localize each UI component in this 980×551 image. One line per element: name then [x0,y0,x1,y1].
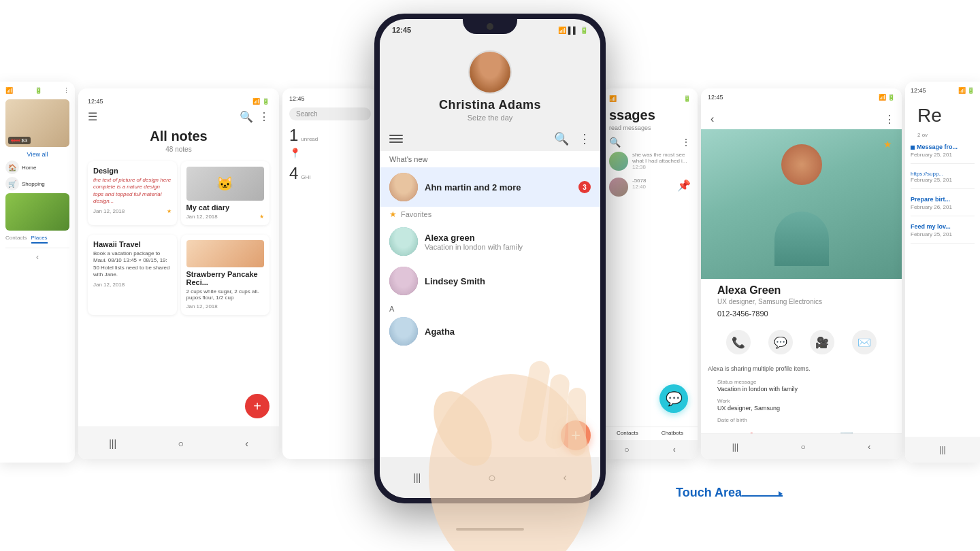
notes-search-icon[interactable]: 🔍 [240,110,253,123]
right-signal: 📶 [879,94,886,101]
cr-chat-fab[interactable]: 💬 [659,384,688,413]
fr-item-date-2: February 26, 201 [911,204,975,210]
panel-notes: 12:45 📶 🔋 ☰ 🔍 ⋮ All notes 48 notes Desig… [78,88,279,459]
cr-nav-back[interactable]: ‹ [673,445,676,454]
fr-item-3[interactable]: Feed my lov... February 25, 201 [911,223,975,244]
fr-item-title-0: Message fro... [917,144,958,150]
fr-item-0[interactable]: Message fro... February 25, 201 [911,144,975,164]
contact-back-btn[interactable]: ‹ [708,112,717,127]
main-phone: 12:45 📶 ▌▌ 🔋 Christina Adams Seize the d… [374,14,606,537]
touch-area-label: Touch Area [676,486,742,499]
right-nav-menu[interactable]: ||| [732,442,738,452]
nav-menu-btn[interactable]: ||| [413,472,421,483]
note-card-hawaii[interactable]: Hawaii Travel Book a vacation package to… [88,235,177,315]
cl-sub2: GHI [301,174,310,180]
cl-status-bar: 12:45 [289,95,371,102]
notes-nav-back[interactable]: ‹ [245,438,248,449]
places-tabs: Contacts Places [5,235,69,244]
note-star-design: ★ [167,208,172,214]
more-options-icon[interactable]: ⋮ [578,131,591,146]
cr-more-icon[interactable]: ⋮ [681,137,691,148]
cr-msg-2[interactable]: -5678 12:40 📌 [609,178,691,197]
home-label: Home [22,165,36,171]
contacts-tab[interactable]: Contacts [5,235,27,244]
fr-item-date-3: February 25, 201 [911,231,975,237]
cr-contacts-tab[interactable]: Contacts [617,430,638,436]
right-nav-back[interactable]: ‹ [868,442,870,452]
fr-title: Re [911,99,975,132]
note-card-design[interactable]: Design the text of picture of design her… [88,161,177,225]
fr-item-2[interactable]: Prepare birt... February 26, 201 [911,196,975,216]
cr-search-icon[interactable]: 🔍 [609,137,621,148]
right-status-bar: 12:45 📶 🔋 [708,94,895,101]
cr-nav-home[interactable]: ○ [624,445,629,454]
contact-work-row: Work UX designer, Samsung [708,395,895,414]
notes-menu-icon[interactable]: ☰ [88,110,97,123]
notes-nav-menu[interactable]: ||| [109,438,116,449]
contact-detail-name: Alexa Green [708,279,895,298]
contact-email-btn[interactable]: ✉️ [852,330,877,354]
note-date-hawaii: Jan 12, 2018 [93,282,172,288]
nav-home-btn[interactable]: ○ [488,470,496,486]
panel-messages-partial: 📶 🔋 ssages read messages 🔍 ⋮ she was the… [602,88,698,459]
lindsey-name: Lindsey Smith [425,276,591,286]
note-preview-design: the text of picture of design here compl… [93,177,172,205]
far-left-status: 📶 🔋 ⋮ [5,87,69,94]
notes-more-icon[interactable]: ⋮ [259,110,270,123]
contact-call-btn[interactable]: 📞 [726,330,751,354]
contact-more-btn[interactable]: ⋮ [884,113,895,126]
sale-price: $3 [22,137,28,144]
home-icon: 🏠 [5,161,19,174]
contact-alexa[interactable]: Alexa green Vacation in london with fami… [380,222,600,261]
note-card-pancake[interactable]: Strawberry Pancake Reci... 2 cups white … [181,235,270,315]
hamburger-menu-icon[interactable] [389,132,403,146]
cr-chatbots-tab[interactable]: Chatbots [662,430,683,436]
cr-msg-time-1: 12:38 [632,164,691,170]
far-left-dots[interactable]: ⋮ [63,87,69,94]
contact-video-btn[interactable]: 🎥 [810,330,834,354]
contact-photo: ★ [701,129,902,279]
notes-time: 12:45 [88,98,103,105]
original-price: $80 [11,137,20,144]
view-all-button[interactable]: View all [5,151,69,158]
contact-msg-btn[interactable]: 💬 [768,330,793,354]
lindsey-avatar [389,267,418,295]
cr-msg-1[interactable]: she was the most see what I had attached… [609,152,691,171]
far-left-battery: 🔋 [35,87,42,94]
cl-search-bar[interactable]: Search [289,107,371,120]
notes-fab[interactable]: + [245,394,270,418]
nav-back-btn[interactable]: ‹ [563,471,566,484]
fr-item-1[interactable]: https://supp... February 25, 201 [911,171,975,189]
cr-battery: 🔋 [683,95,691,102]
wifi-icon: 📶 [558,27,566,34]
cl-time: 12:45 [289,95,305,102]
cr-signal: 📶 [609,95,617,102]
contact-ahn-martin[interactable]: Ahn martin and 2 more 3 [380,167,600,207]
far-left-back-btn[interactable]: ‹ [36,252,39,262]
camera-icon [487,23,493,30]
category-shopping[interactable]: 🛒 Shopping [5,177,69,190]
contact-agatha[interactable]: Agatha [380,317,600,346]
contacts-fab[interactable]: + [561,420,591,450]
places-tab[interactable]: Places [31,235,48,244]
status-value: Vacation in london with family [717,386,885,393]
contact-lindsey[interactable]: Lindsey Smith [380,261,600,301]
ahn-info: Ahn martin and 2 more [425,182,572,193]
contact-detail-title: UX designer, Samsung Electronics [708,298,895,305]
note-title-pancake: Strawberry Pancake Reci... [186,270,265,286]
notes-nav-home[interactable]: ○ [178,438,183,449]
fr-item-date-0: February 25, 201 [911,152,975,158]
favorites-label: Favorites [401,210,431,218]
panel-contact-detail: 12:45 📶 🔋 ‹ ⋮ ★ Alexa Green UX designer,… [701,88,902,459]
contact-detail-nav: 12:45 📶 🔋 [701,88,902,112]
agatha-avatar [389,317,418,346]
alexa-info: Alexa green Vacation in london with fami… [425,233,591,251]
cr-avatar-2 [609,178,628,197]
right-nav-home[interactable]: ○ [801,442,806,452]
note-card-cat[interactable]: 🐱 My cat diary Jan 12, 2018 ★ [181,161,270,225]
category-home[interactable]: 🏠 Home [5,161,69,174]
far-left-signal: 📶 [5,87,13,94]
favorites-star-icon: ★ [389,210,397,219]
fr-time: 12:45 [911,87,926,94]
search-icon[interactable]: 🔍 [554,131,569,146]
